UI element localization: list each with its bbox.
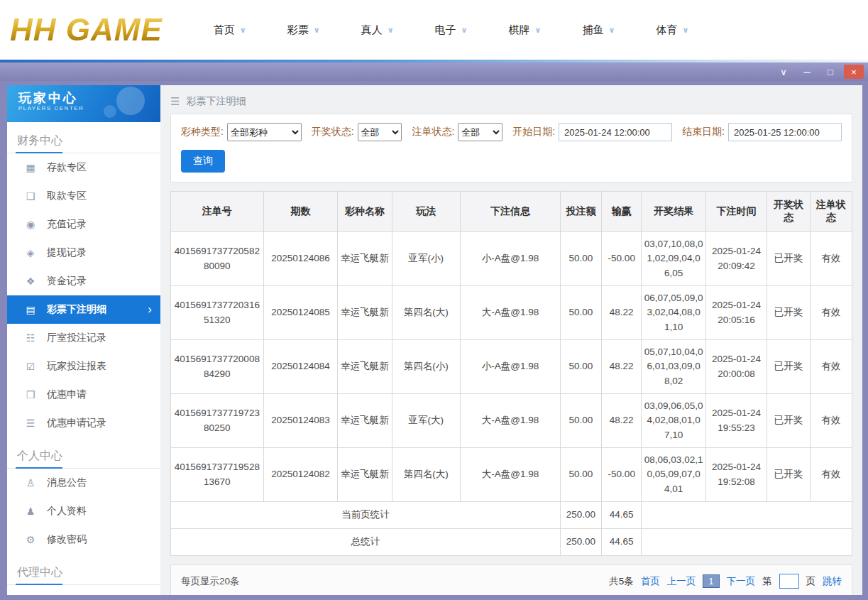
cell-bet-info: 大-A盘@1.98 [461,286,561,340]
order-status-select[interactable]: 全部 [458,123,502,141]
lottery-type-select[interactable]: 全部彩种 [227,123,302,141]
cell-bet-info: 大-A盘@1.98 [461,448,561,502]
col-draw-status: 开奖状态 [767,192,810,232]
page-title: 彩票下注明细 [186,95,246,108]
nav-item-label: 电子 [435,23,456,37]
chevron-down-icon: ∨ [388,26,394,35]
hamburger-icon[interactable]: ☰ [170,95,180,108]
cell-draw-result: 08,06,03,02,10,05,09,07,04,01 [642,448,705,502]
page-suffix-label: 页 [806,575,816,588]
sidebar-item-player-bet-report[interactable]: ☑ 玩家投注报表 [7,352,160,381]
summary-win-loss: 44.65 [602,502,642,529]
end-date-input[interactable] [728,123,842,141]
cell-win-loss: -50.00 [602,232,642,286]
sidebar-item-change-password[interactable]: ⚙ 修改密码 [7,525,160,554]
sidebar-item-hall-bet-records[interactable]: ☷ 厅室投注记录 [7,324,160,352]
draw-status-label: 开奖状态: [312,126,354,138]
cell-draw-status: 已开奖 [767,394,810,448]
player-bet-report-icon: ☑ [24,361,37,372]
decoration-circle [104,105,116,118]
prev-page-link[interactable]: 上一页 [667,575,696,588]
search-button[interactable]: 查询 [181,150,225,173]
col-bet-info: 下注信息 [461,192,561,232]
table-row: 401569173771972380250 20250124083 幸运飞艇新 … [171,394,852,448]
person-icon: ♟ [24,506,37,517]
cell-amount: 50.00 [560,394,601,448]
start-date-input[interactable] [559,123,672,141]
col-bet-time: 下注时间 [705,192,767,232]
col-period: 期数 [263,192,338,232]
players-center-header[interactable]: 玩家中心 PLAYERS CENTER [7,85,160,122]
cell-order-id: 401569173772058280090 [171,232,264,286]
nav-item-lottery[interactable]: 彩票 ∨ [287,23,320,37]
col-draw-result: 开奖结果 [642,192,705,232]
sidebar-item-recharge-records[interactable]: ◉ 充值记录 [7,210,160,239]
nav-item-label: 捕鱼 [582,23,603,37]
window-body: 玩家中心 PLAYERS CENTER 财务中心 ▦ 存款专区 ❑ 取款专区 ◉… [0,81,868,600]
main-menu: 首页 ∨ 彩票 ∨ 真人 ∨ 电子 ∨ 棋牌 ∨ 捕鱼 ∨ [214,23,689,37]
sidebar-item-label: 厅室投注记录 [47,332,106,344]
jump-link[interactable]: 跳转 [823,575,842,588]
cell-order-status: 有效 [810,448,852,502]
cell-lottery-name: 幸运飞艇新 [338,448,392,502]
cell-bet-info: 小-A盘@1.98 [461,340,561,394]
nav-item-label: 首页 [214,23,235,37]
window-menu-button[interactable]: ∨ [774,65,793,79]
lottery-bet-details-icon: ▤ [24,304,37,315]
chevron-down-icon: ∨ [682,26,688,35]
sidebar-item-deposit[interactable]: ▦ 存款专区 [7,153,160,182]
cell-bet-time: 2025-01-24 20:00:08 [705,340,767,394]
next-page-link[interactable]: 下一页 [727,575,756,588]
cell-draw-status: 已开奖 [767,448,810,502]
table-row: 401569173771952813670 20250124082 幸运飞艇新 … [171,448,852,502]
first-page-link[interactable]: 首页 [641,575,660,588]
draw-status-select[interactable]: 全部 [358,123,402,141]
cell-play: 亚军(大) [392,394,461,448]
close-button[interactable]: × [844,65,864,79]
nav-item-sports[interactable]: 体育 ∨ [656,23,688,37]
nav-item-live[interactable]: 真人 ∨ [361,23,394,37]
col-play: 玩法 [392,192,461,232]
filter-row: 彩种类型: 全部彩种 开奖状态: 全部 注单状态: 全部 开始日期: 结束日期: [181,123,842,141]
withdraw-icon: ❑ [24,190,37,202]
cell-period: 20250124085 [263,286,338,340]
start-date-label: 开始日期: [512,126,555,138]
site-logo[interactable]: HH GAME [10,12,163,48]
sidebar-item-withdrawal-records[interactable]: ◈ 提现记录 [7,239,160,267]
sidebar-item-messages[interactable]: ♙ 消息公告 [7,469,160,497]
cell-win-loss: -50.00 [602,448,642,502]
summary-empty [642,529,852,556]
nav-item-chess[interactable]: 棋牌 ∨ [509,23,542,37]
sidebar-item-promo-apply-records[interactable]: ☰ 优惠申请记录 [7,409,160,437]
sidebar-item-profile[interactable]: ♟ 个人资料 [7,497,160,525]
cell-play: 第四名(大) [392,286,461,340]
per-page-info: 每页显示20条 [181,575,240,588]
chevron-down-icon: ∨ [240,26,246,35]
cell-draw-result: 05,07,10,04,06,01,03,09,08,02 [642,340,705,394]
page-number-input[interactable] [779,574,799,589]
sidebar-item-label: 个人资料 [47,505,87,518]
gear-icon: ⚙ [24,534,37,545]
sidebar-item-withdraw[interactable]: ❑ 取款专区 [7,182,160,210]
announcement-icon: ♙ [24,477,37,489]
current-page[interactable]: 1 [703,574,719,588]
sidebar: 玩家中心 PLAYERS CENTER 财务中心 ▦ 存款专区 ❑ 取款专区 ◉… [7,85,160,595]
cell-lottery-name: 幸运飞艇新 [338,232,392,286]
section-agent-center: 代理中心 [7,554,160,585]
minimize-button[interactable]: ─ [797,65,817,79]
cell-win-loss: 48.22 [602,394,642,448]
maximize-button[interactable]: □ [820,65,840,79]
sidebar-item-label: 存款专区 [47,161,87,174]
summary-row-total: 总统计 250.00 44.65 [171,529,852,556]
nav-item-slots[interactable]: 电子 ∨ [435,23,468,37]
sidebar-item-fund-records[interactable]: ❖ 资金记录 [7,267,160,295]
sidebar-item-lottery-bet-details[interactable]: ▤ 彩票下注明细 › [7,295,160,324]
nav-item-fishing[interactable]: 捕鱼 ∨ [582,23,615,37]
cell-draw-status: 已开奖 [767,286,810,340]
section-personal-center: 个人中心 [7,437,160,469]
cell-lottery-name: 幸运飞艇新 [338,340,392,394]
sidebar-item-promo-apply[interactable]: ❒ 优惠申请 [7,381,160,409]
nav-item-home[interactable]: 首页 ∨ [214,23,246,37]
table-header-row: 注单号 期数 彩种名称 玩法 下注信息 投注额 输赢 开奖结果 下注时间 开奖状… [171,192,852,232]
sidebar-item-label: 提现记录 [47,246,87,259]
